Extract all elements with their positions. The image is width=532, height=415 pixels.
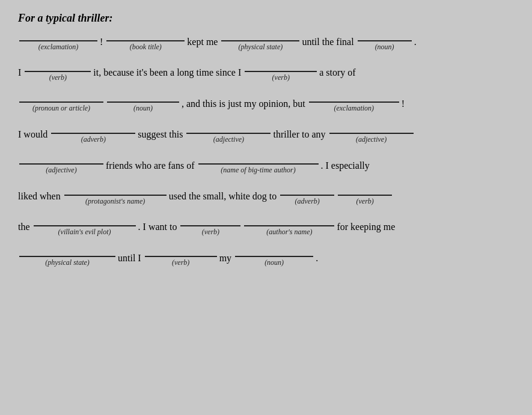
text-1-0: I bbox=[18, 66, 21, 80]
blank-label-4-0: (adjective) bbox=[46, 165, 76, 175]
blank-line-2-0 bbox=[19, 101, 103, 103]
blank-label-0-4: (physical state) bbox=[239, 42, 283, 52]
text-7-3: my bbox=[219, 252, 231, 266]
blank-label-2-1: (noun) bbox=[133, 103, 153, 114]
blank-label-0-0: (exclamation) bbox=[38, 42, 79, 52]
blank-line-3-3 bbox=[186, 133, 271, 134]
blank-label-3-5: (adjective) bbox=[356, 135, 387, 145]
blank-group-0-0: (exclamation) bbox=[19, 40, 97, 52]
blank-line-3-5 bbox=[329, 133, 414, 134]
blank-label-0-2: (book title) bbox=[130, 42, 162, 52]
blank-line-2-1 bbox=[107, 101, 179, 103]
sentence-s7: the(villain's evil plot). I want to(verb… bbox=[18, 220, 514, 237]
text-0-7: . bbox=[414, 35, 417, 50]
blank-line-5-3 bbox=[280, 195, 334, 196]
sentence-s3: (pronoun or article)(noun), and this is … bbox=[18, 97, 514, 114]
text-6-5: for keeping me bbox=[337, 220, 395, 235]
blank-label-6-1: (villain's evil plot) bbox=[58, 227, 111, 237]
text-3-0: I would bbox=[18, 128, 47, 142]
text-2-4: ! bbox=[402, 97, 405, 112]
text-5-0: liked when bbox=[18, 190, 61, 204]
sentence-s4: I would(adverb)suggest this(adjective)th… bbox=[18, 128, 514, 144]
blank-group-5-1: (protagonist's name) bbox=[64, 195, 167, 207]
blank-group-0-4: (physical state) bbox=[221, 40, 299, 52]
blank-label-4-2: (name of big-time author) bbox=[221, 165, 295, 175]
blank-label-3-1: (adverb) bbox=[81, 135, 106, 145]
blank-line-7-4 bbox=[235, 256, 313, 257]
text-2-2: , and this is just my opinion, but bbox=[182, 97, 305, 112]
text-0-3: kept me bbox=[187, 35, 218, 50]
blank-label-0-6: (noun) bbox=[375, 42, 394, 52]
blank-line-6-4 bbox=[244, 225, 334, 226]
mad-lib-container: (exclamation)!(book title)kept me(physic… bbox=[18, 35, 514, 268]
blank-label-2-0: (pronoun or article) bbox=[32, 103, 90, 114]
blank-line-7-2 bbox=[145, 256, 217, 257]
blank-line-5-4 bbox=[338, 195, 392, 196]
text-0-5: until the final bbox=[302, 35, 353, 50]
blank-group-6-3: (verb) bbox=[180, 225, 240, 237]
blank-label-3-3: (adjective) bbox=[213, 135, 244, 145]
blank-line-2-3 bbox=[309, 101, 399, 103]
page-container: For a typical thriller: (exclamation)!(b… bbox=[18, 12, 514, 268]
blank-group-6-4: (author's name) bbox=[244, 225, 334, 237]
text-5-2: used the small, white dog to bbox=[169, 190, 277, 204]
blank-label-7-0: (physical state) bbox=[45, 258, 90, 268]
blank-label-2-3: (exclamation) bbox=[334, 103, 374, 114]
text-3-4: thriller to any bbox=[273, 128, 325, 142]
blank-line-1-3 bbox=[245, 71, 317, 72]
blank-group-0-6: (noun) bbox=[358, 40, 412, 52]
blank-group-7-0: (physical state) bbox=[19, 256, 115, 268]
blank-group-0-2: (book title) bbox=[106, 40, 185, 52]
blank-line-6-1 bbox=[34, 225, 136, 226]
text-4-3: . I especially bbox=[321, 159, 370, 174]
sentence-s2: I(verb)it, because it's been a long time… bbox=[18, 66, 514, 82]
sentence-s5: (adjective)friends who are fans of(name … bbox=[18, 159, 514, 175]
text-1-4: a story of bbox=[319, 66, 355, 80]
blank-label-7-2: (verb) bbox=[172, 258, 189, 268]
blank-group-2-0: (pronoun or article) bbox=[19, 101, 103, 114]
blank-group-3-3: (adjective) bbox=[186, 133, 271, 145]
blank-line-0-0 bbox=[19, 40, 97, 41]
blank-label-7-4: (noun) bbox=[264, 258, 284, 268]
sentence-s6: liked when(protagonist's name)used the s… bbox=[18, 190, 514, 206]
text-7-5: . bbox=[316, 252, 318, 266]
text-3-2: suggest this bbox=[138, 128, 183, 142]
blank-line-7-0 bbox=[19, 256, 115, 257]
text-1-2: it, because it's been a long time since … bbox=[93, 66, 241, 80]
blank-group-1-1: (verb) bbox=[25, 71, 91, 83]
sentence-s1: (exclamation)!(book title)kept me(physic… bbox=[18, 35, 514, 52]
blank-group-3-1: (adverb) bbox=[51, 133, 135, 145]
blank-line-4-0 bbox=[19, 163, 103, 165]
blank-line-0-4 bbox=[221, 40, 299, 41]
blank-group-2-3: (exclamation) bbox=[309, 101, 399, 114]
sentence-s8: (physical state)until I(verb)my(noun). bbox=[18, 252, 514, 268]
blank-group-4-2: (name of big-time author) bbox=[198, 163, 319, 175]
blank-group-5-4: (verb) bbox=[338, 195, 392, 207]
blank-label-1-1: (verb) bbox=[49, 73, 67, 83]
text-6-2: . I want to bbox=[138, 220, 177, 235]
blank-group-7-2: (verb) bbox=[145, 256, 217, 268]
blank-label-5-4: (verb) bbox=[356, 196, 374, 207]
text-0-1: ! bbox=[100, 35, 103, 50]
blank-line-3-1 bbox=[51, 133, 135, 134]
blank-line-0-2 bbox=[106, 40, 185, 41]
blank-label-5-3: (adverb) bbox=[295, 196, 320, 207]
blank-line-0-6 bbox=[358, 40, 412, 41]
blank-line-1-1 bbox=[25, 71, 91, 72]
text-4-1: friends who are fans of bbox=[106, 159, 195, 174]
blank-line-5-1 bbox=[64, 195, 167, 196]
blank-group-3-5: (adjective) bbox=[329, 133, 414, 145]
blank-group-7-4: (noun) bbox=[235, 256, 313, 268]
blank-group-2-1: (noun) bbox=[107, 101, 179, 114]
blank-line-4-2 bbox=[198, 163, 319, 165]
blank-label-1-3: (verb) bbox=[272, 73, 290, 83]
blank-group-5-3: (adverb) bbox=[280, 195, 334, 207]
blank-group-4-0: (adjective) bbox=[19, 163, 103, 175]
blank-label-5-1: (protagonist's name) bbox=[85, 196, 145, 207]
blank-group-1-3: (verb) bbox=[245, 71, 317, 83]
blank-label-6-3: (verb) bbox=[202, 227, 219, 237]
blank-group-6-1: (villain's evil plot) bbox=[34, 225, 136, 237]
text-7-1: until I bbox=[118, 252, 141, 266]
text-6-0: the bbox=[18, 220, 30, 235]
blank-label-6-4: (author's name) bbox=[266, 227, 312, 237]
